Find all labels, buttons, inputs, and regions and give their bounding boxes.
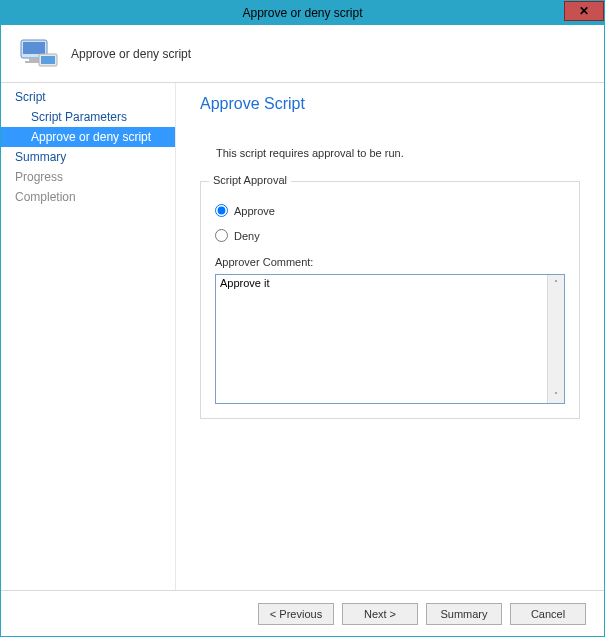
group-legend: Script Approval (209, 174, 291, 186)
content: Approve Script This script requires appr… (176, 83, 604, 590)
radio-deny-row: Deny (215, 229, 565, 242)
scrollbar[interactable]: ˄ ˅ (547, 275, 564, 403)
comment-label: Approver Comment: (215, 256, 565, 268)
window: Approve or deny script ✕ Approve or deny… (0, 0, 605, 637)
previous-button[interactable]: < Previous (258, 603, 334, 625)
cancel-button[interactable]: Cancel (510, 603, 586, 625)
summary-button[interactable]: Summary (426, 603, 502, 625)
svg-rect-5 (41, 56, 55, 64)
sidebar-item-summary[interactable]: Summary (1, 147, 175, 167)
radio-approve-label: Approve (234, 205, 275, 217)
svg-rect-2 (29, 58, 39, 61)
radio-deny[interactable] (215, 229, 228, 242)
titlebar: Approve or deny script ✕ (1, 1, 604, 25)
close-icon: ✕ (579, 4, 589, 18)
svg-rect-1 (23, 42, 45, 54)
page-heading: Approve Script (200, 95, 580, 113)
page-subtext: This script requires approval to be run. (216, 147, 580, 159)
monitor-icon (19, 36, 59, 72)
header: Approve or deny script (1, 25, 604, 83)
comment-field-wrap: ˄ ˅ (215, 274, 565, 404)
window-title: Approve or deny script (1, 6, 604, 20)
sidebar-item-completion[interactable]: Completion (1, 187, 175, 207)
footer: < Previous Next > Summary Cancel (1, 590, 604, 636)
close-button[interactable]: ✕ (564, 1, 604, 21)
body: Script Script Parameters Approve or deny… (1, 83, 604, 590)
sidebar-item-script[interactable]: Script (1, 87, 175, 107)
scroll-up-icon[interactable]: ˄ (548, 275, 564, 291)
approver-comment-input[interactable] (216, 275, 547, 403)
sidebar-item-script-parameters[interactable]: Script Parameters (1, 107, 175, 127)
sidebar-item-progress[interactable]: Progress (1, 167, 175, 187)
script-approval-group: Script Approval Approve Deny Approver Co… (200, 181, 580, 419)
radio-approve-row: Approve (215, 204, 565, 217)
scroll-down-icon[interactable]: ˅ (548, 387, 564, 403)
sidebar: Script Script Parameters Approve or deny… (1, 83, 176, 590)
next-button[interactable]: Next > (342, 603, 418, 625)
header-title: Approve or deny script (71, 47, 191, 61)
radio-approve[interactable] (215, 204, 228, 217)
sidebar-item-approve-or-deny-script[interactable]: Approve or deny script (1, 127, 175, 147)
radio-deny-label: Deny (234, 230, 260, 242)
